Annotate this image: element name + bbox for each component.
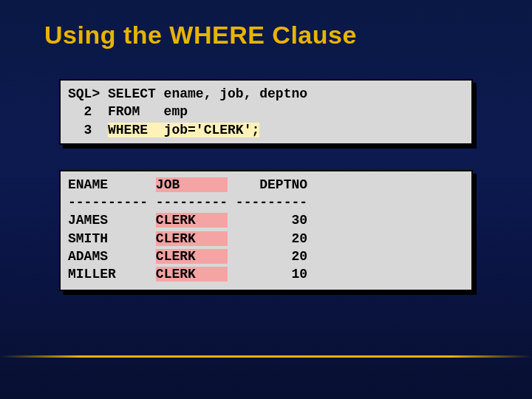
slide-title: Using the WHERE Clause [0,0,532,50]
cell-r3-job: CLERK [156,249,228,264]
cell-r4-job: CLERK [156,267,228,282]
query-line-3-prefix: 3 [68,123,108,137]
sql-query-block: SQL> SELECT ename, job, deptno 2 FROM em… [59,79,473,145]
query-where-highlight: WHERE job='CLERK'; [108,123,259,137]
cell-r4-ename: MILLER [68,267,156,282]
col-header-deptno: DEPTNO [228,177,307,192]
cell-r2-ename: SMITH [68,231,156,246]
cell-r1-job: CLERK [156,213,228,228]
query-line-2: 2 FROM emp [68,104,188,119]
cell-r4-deptno: 10 [228,267,307,282]
cell-r3-ename: ADAMS [68,249,156,264]
query-line-1: SQL> SELECT ename, job, deptno [68,86,307,101]
cell-r1-deptno: 30 [228,213,307,228]
cell-r2-job: CLERK [156,231,228,246]
header-separator: ---------- --------- --------- [68,195,307,210]
cell-r3-deptno: 20 [228,249,307,264]
sql-result-block: ENAME JOB DEPTNO ---------- --------- --… [59,170,473,291]
col-header-job: JOB [156,177,228,192]
cell-r1-ename: JAMES [68,213,156,228]
footer-divider [0,355,532,358]
cell-r2-deptno: 20 [228,231,307,246]
col-header-ename: ENAME [68,177,156,192]
